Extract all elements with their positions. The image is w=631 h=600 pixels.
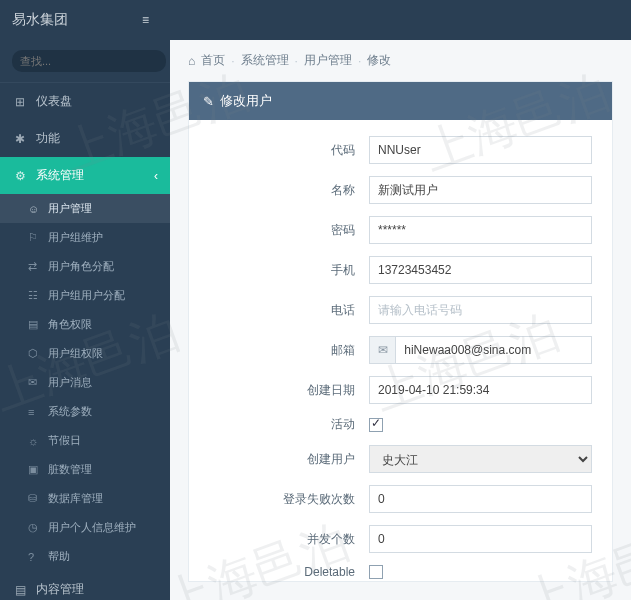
brand-name: 易水集团 [12, 11, 68, 29]
list-icon: ▤ [28, 318, 42, 331]
label-created: 创建日期 [199, 382, 369, 399]
breadcrumb: ⌂ 首页 · 系统管理 · 用户管理 · 修改 [170, 40, 631, 81]
subitem-role-assign[interactable]: ⇄用户角色分配 [0, 252, 170, 281]
input-mobile[interactable] [369, 256, 592, 284]
hex-icon: ⬡ [28, 347, 42, 360]
swap-icon: ⇄ [28, 260, 42, 273]
breadcrumb-sep: · [358, 54, 361, 68]
lines-icon: ≡ [28, 406, 42, 418]
search-input[interactable] [12, 50, 166, 72]
subitem-label: 用户角色分配 [48, 259, 114, 274]
home-icon: ⌂ [188, 54, 195, 68]
subitem-label: 用户管理 [48, 201, 92, 216]
breadcrumb-l2[interactable]: 用户管理 [304, 52, 352, 69]
panel-header: ✎ 修改用户 [189, 82, 612, 120]
input-email[interactable] [395, 336, 592, 364]
subitem-label: 数据库管理 [48, 491, 103, 506]
grid-icon: ☷ [28, 289, 42, 302]
label-email: 邮箱 [199, 342, 369, 359]
db-icon: ⛁ [28, 492, 42, 505]
sidebar: ⌕ ⊞ 仪表盘 ✱ 功能 ⚙ 系统管理 ‹ ☺用户管理 ⚐用户组维护 ⇄用户角色… [0, 40, 170, 600]
panel-title: 修改用户 [220, 92, 272, 110]
label-concurrent: 并发个数 [199, 531, 369, 548]
topbar: 易水集团 ≡ [0, 0, 631, 40]
label-name: 名称 [199, 182, 369, 199]
breadcrumb-sep: · [231, 54, 234, 68]
subitem-label: 角色权限 [48, 317, 92, 332]
subitem-role-perm[interactable]: ▤角色权限 [0, 310, 170, 339]
subitem-label: 用户消息 [48, 375, 92, 390]
clock-icon: ◷ [28, 521, 42, 534]
sidebar-item-function[interactable]: ✱ 功能 [0, 120, 170, 157]
subitem-group-maint[interactable]: ⚐用户组维护 [0, 223, 170, 252]
main-area: ⌂ 首页 · 系统管理 · 用户管理 · 修改 ✎ 修改用户 代码 名称 密码 … [170, 40, 631, 600]
subitem-help[interactable]: ?帮助 [0, 542, 170, 571]
sidebar-item-system[interactable]: ⚙ 系统管理 ‹ [0, 157, 170, 194]
input-phone[interactable] [369, 296, 592, 324]
subitem-label: 用户组用户分配 [48, 288, 125, 303]
sidebar-item-label: 内容管理 [36, 581, 84, 598]
label-mobile: 手机 [199, 262, 369, 279]
label-creator: 创建用户 [199, 451, 369, 468]
sidebar-item-dashboard[interactable]: ⊞ 仪表盘 [0, 83, 170, 120]
input-concurrent[interactable] [369, 525, 592, 553]
sidebar-search: ⌕ [0, 40, 170, 83]
breadcrumb-home[interactable]: 首页 [201, 52, 225, 69]
subitem-label: 节假日 [48, 433, 81, 448]
subitem-label: 用户组权限 [48, 346, 103, 361]
panel-body: 代码 名称 密码 手机 电话 邮箱✉ 创建日期 活动 创建用户史大江 登录失败次… [189, 120, 612, 581]
input-created[interactable] [369, 376, 592, 404]
sidebar-item-label: 功能 [36, 130, 60, 147]
subitem-label: 帮助 [48, 549, 70, 564]
subitem-holiday[interactable]: ☼节假日 [0, 426, 170, 455]
sidebar-item-label: 仪表盘 [36, 93, 72, 110]
label-code: 代码 [199, 142, 369, 159]
sidebar-item-label: 系统管理 [36, 167, 84, 184]
subitem-db[interactable]: ⛁数据库管理 [0, 484, 170, 513]
input-loginfail[interactable] [369, 485, 592, 513]
mail-icon: ✉ [28, 376, 42, 389]
label-loginfail: 登录失败次数 [199, 491, 369, 508]
subitem-label: 脏数管理 [48, 462, 92, 477]
help-icon: ? [28, 551, 42, 563]
checkbox-active[interactable] [369, 418, 383, 432]
panel: ✎ 修改用户 代码 名称 密码 手机 电话 邮箱✉ 创建日期 活动 创建用户史大… [188, 81, 613, 582]
checkbox-deletable[interactable] [369, 565, 383, 579]
label-phone: 电话 [199, 302, 369, 319]
breadcrumb-sep: · [295, 54, 298, 68]
chevron-left-icon: ‹ [154, 169, 158, 183]
subitem-profile[interactable]: ◷用户个人信息维护 [0, 513, 170, 542]
subitem-user-msg[interactable]: ✉用户消息 [0, 368, 170, 397]
subitem-user-mgmt[interactable]: ☺用户管理 [0, 194, 170, 223]
input-name[interactable] [369, 176, 592, 204]
label-password: 密码 [199, 222, 369, 239]
subitem-label: 用户个人信息维护 [48, 520, 136, 535]
sun-icon: ☼ [28, 435, 42, 447]
function-icon: ✱ [12, 132, 28, 146]
breadcrumb-l3: 修改 [367, 52, 391, 69]
label-deletable: Deletable [199, 565, 369, 579]
subitem-label: 系统参数 [48, 404, 92, 419]
input-password[interactable] [369, 216, 592, 244]
label-active: 活动 [199, 416, 369, 433]
square-icon: ▣ [28, 463, 42, 476]
select-creator[interactable]: 史大江 [369, 445, 592, 473]
menu-toggle-icon[interactable]: ≡ [142, 13, 149, 27]
input-code[interactable] [369, 136, 592, 164]
edit-icon: ✎ [203, 94, 214, 109]
user-icon: ☺ [28, 203, 42, 215]
flag-icon: ⚐ [28, 231, 42, 244]
sidebar-item-content[interactable]: ▤内容管理 [0, 571, 170, 600]
subitem-dirty[interactable]: ▣脏数管理 [0, 455, 170, 484]
subitem-label: 用户组维护 [48, 230, 103, 245]
subitem-group-user[interactable]: ☷用户组用户分配 [0, 281, 170, 310]
mail-icon: ✉ [369, 336, 395, 364]
content-icon: ▤ [12, 583, 28, 597]
gear-icon: ⚙ [12, 169, 28, 183]
dashboard-icon: ⊞ [12, 95, 28, 109]
subitem-sys-param[interactable]: ≡系统参数 [0, 397, 170, 426]
breadcrumb-l1[interactable]: 系统管理 [241, 52, 289, 69]
subitem-group-perm[interactable]: ⬡用户组权限 [0, 339, 170, 368]
